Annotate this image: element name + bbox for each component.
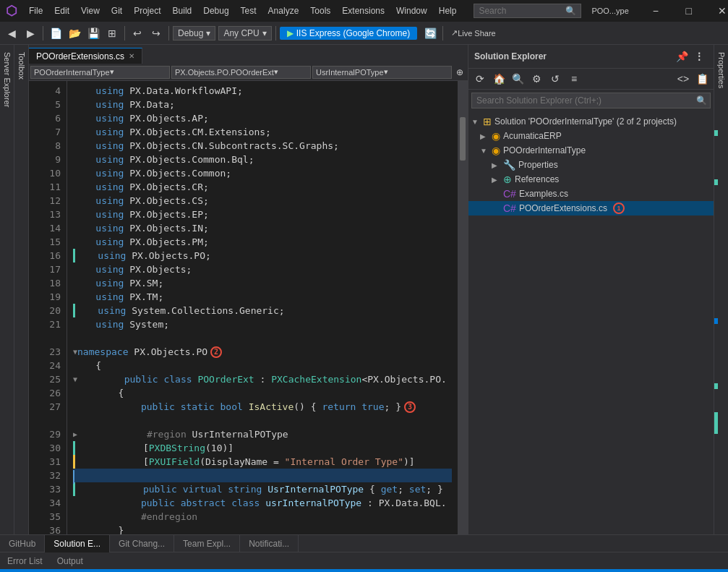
menu-edit[interactable]: Edit: [48, 4, 75, 17]
undo-button[interactable]: ↩: [129, 25, 146, 42]
code-line-9: using PX.Objects.Common.Bql;: [73, 153, 452, 166]
menu-test[interactable]: Test: [235, 4, 262, 17]
footer-tab-errorlist[interactable]: Error List: [0, 552, 50, 570]
tree-badge-1: 1: [613, 202, 625, 214]
editor-tab-close[interactable]: ✕: [129, 52, 134, 60]
server-explorer-label: Server Explorer: [3, 52, 12, 107]
menu-file[interactable]: File: [23, 4, 48, 17]
redo-button[interactable]: ↪: [147, 25, 165, 42]
tab-team-explorer[interactable]: Team Expl...: [174, 535, 240, 552]
tree-acumatica-erp[interactable]: ▶ ◉ AcumaticaERP: [468, 129, 714, 143]
se-pin-button[interactable]: 📌: [673, 48, 690, 65]
menu-build[interactable]: Build: [167, 4, 198, 17]
project-icon-poorder: ◉: [492, 145, 500, 156]
refresh-button[interactable]: 🔄: [421, 25, 439, 42]
minimize-button[interactable]: −: [639, 0, 672, 22]
csharp-icon-examples: C#: [503, 188, 516, 200]
v-scrollbar[interactable]: [458, 81, 468, 534]
code-line-23: ▼ namespace PX.Objects.PO 2: [73, 345, 452, 359]
code-line-6: using PX.Objects.AP;: [73, 111, 452, 125]
menu-bar: File Edit View Git Project Build Debug T…: [23, 4, 462, 17]
platform-dropdown[interactable]: Any CPU ▾: [218, 26, 271, 40]
ln-21: 21: [35, 317, 61, 331]
new-project-button[interactable]: 📄: [47, 25, 64, 42]
tree-properties[interactable]: ▶ 🔧 Properties: [468, 158, 714, 172]
back-button[interactable]: ◀: [3, 25, 20, 42]
menu-project[interactable]: Project: [128, 4, 166, 17]
ln-36: 36: [35, 524, 61, 534]
se-more-button[interactable]: ≡: [565, 70, 583, 87]
menu-debug[interactable]: Debug: [197, 4, 234, 17]
ln-35: 35: [35, 510, 61, 524]
ln-27: 27: [35, 400, 61, 414]
server-explorer-panel[interactable]: Server Explorer: [0, 45, 14, 534]
menu-analyze[interactable]: Analyze: [262, 4, 305, 17]
scrollbar-thumb: [460, 117, 466, 161]
properties-icon: 🔧: [503, 159, 515, 171]
se-filter-button[interactable]: 🔍: [509, 70, 526, 87]
ln-14: 14: [35, 221, 61, 235]
menu-tools[interactable]: Tools: [304, 4, 336, 17]
se-search-input[interactable]: [472, 95, 693, 106]
code-content[interactable]: using PX.Data.WorkflowAPI; using PX.Data…: [67, 81, 458, 534]
nav-left-dropdown[interactable]: POOrderInternalType ▾: [30, 66, 170, 79]
restore-button[interactable]: □: [672, 0, 706, 22]
nav-add-button[interactable]: ⊕: [453, 66, 466, 79]
project-icon-acumatica: ◉: [492, 130, 500, 142]
code-line-30: [PXDBString(10)]: [73, 441, 452, 455]
save-button[interactable]: 💾: [85, 25, 102, 42]
code-line-35: #endregion: [73, 510, 452, 524]
tree-acumatica-label: AcumaticaERP: [503, 131, 562, 141]
forward-button[interactable]: ▶: [22, 25, 39, 42]
run-label: IIS Express (Google Chrome): [296, 28, 410, 38]
csharp-icon-poorderext: C#: [503, 202, 516, 214]
tree-poorder[interactable]: ▼ ◉ POOrderInternalType: [468, 143, 714, 158]
tree-poorderext[interactable]: ▶ C# POOrderExtensions.cs 1: [468, 201, 714, 215]
footer-tab-output[interactable]: Output: [50, 552, 90, 570]
code-line-19: using PX.TM;: [73, 290, 452, 304]
properties-side-panel[interactable]: Properties: [714, 45, 728, 534]
tree-arrow-solution: ▼: [471, 118, 480, 126]
run-button[interactable]: ▶ IIS Express (Google Chrome): [280, 27, 417, 40]
debug-config-dropdown[interactable]: Debug ▾: [173, 26, 215, 40]
open-button[interactable]: 📂: [66, 25, 83, 42]
menu-view[interactable]: View: [75, 4, 106, 17]
tree-examples-label: Examples.cs: [519, 189, 568, 199]
se-code-button[interactable]: <>: [675, 70, 692, 87]
tree-examples[interactable]: ▶ C# Examples.cs: [468, 187, 714, 201]
se-sync-button[interactable]: ⟳: [471, 70, 489, 87]
editor-tab-label: POOrderExtensions.cs: [36, 51, 124, 61]
tab-github[interactable]: GitHub: [0, 535, 45, 552]
tab-solution-explorer[interactable]: Solution E...: [45, 535, 110, 552]
tree-poorder-label: POOrderInternalType: [503, 145, 586, 155]
se-home-button[interactable]: 🏠: [490, 70, 508, 87]
se-props-button[interactable]: 📋: [693, 70, 711, 87]
ln-28: [35, 414, 61, 427]
save-all-button[interactable]: ⊞: [103, 25, 121, 42]
se-menu-button[interactable]: ⋮: [690, 48, 708, 65]
menu-git[interactable]: Git: [106, 4, 128, 17]
nav-right-dropdown[interactable]: UsrInternalPOType ▾: [312, 66, 452, 79]
close-button[interactable]: ✕: [706, 0, 728, 22]
tab-git-changes[interactable]: Git Chang...: [110, 535, 174, 552]
se-refresh-button[interactable]: ↺: [547, 70, 564, 87]
menu-extensions[interactable]: Extensions: [336, 4, 390, 17]
se-settings-button[interactable]: ⚙: [528, 70, 545, 87]
editor-tabs: POOrderExtensions.cs ✕: [29, 45, 468, 64]
solution-explorer: Solution Explorer 📌 ⋮ ⟳ 🏠 🔍 ⚙ ↺ ≡ <> 📋 🔍…: [468, 45, 714, 534]
line-numbers: 4 5 6 7 8 9 10 11 12 13 14 15 16 17 18 1…: [35, 81, 67, 534]
menu-window[interactable]: Window: [390, 4, 433, 17]
tree-solution[interactable]: ▼ ⊞ Solution 'POOrderInternalType' (2 of…: [468, 114, 714, 129]
tab-notifications[interactable]: Notificati...: [240, 535, 299, 552]
title-search-box[interactable]: 🔍: [474, 4, 581, 18]
nav-middle-dropdown[interactable]: PX.Objects.PO.POOrderExt ▾: [171, 66, 311, 79]
editor-tab-active[interactable]: POOrderExtensions.cs ✕: [29, 48, 142, 64]
liveshare-button[interactable]: ↗ Live Share: [447, 25, 500, 42]
title-search-input[interactable]: [479, 6, 565, 16]
toolbox-panel[interactable]: Toolbox: [14, 45, 29, 534]
code-line-7: using PX.Objects.CM.Extensions;: [73, 125, 452, 139]
ln-10: 10: [35, 166, 61, 180]
se-search-box[interactable]: 🔍: [471, 93, 711, 108]
tree-references[interactable]: ▶ ⊕ References: [468, 172, 714, 187]
menu-help[interactable]: Help: [433, 4, 463, 17]
